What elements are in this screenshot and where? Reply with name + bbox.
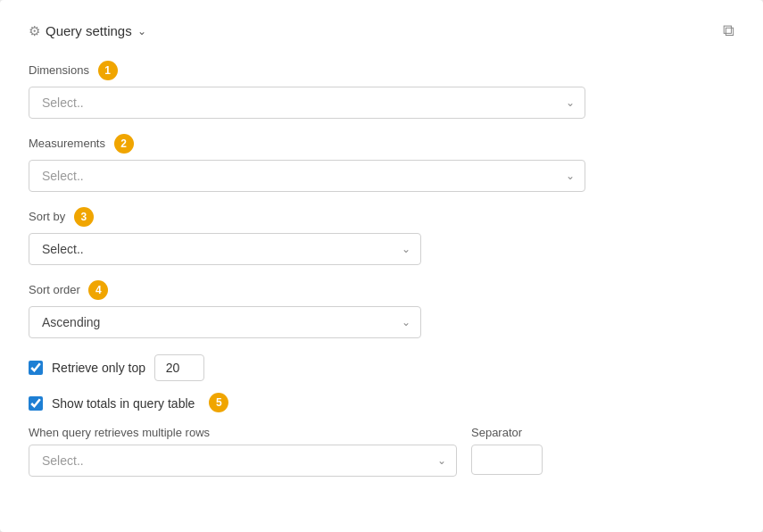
main-window: ⚙ Query settings ⌄ ⧉ Dimensions 1 Select… (0, 0, 763, 532)
multiple-rows-label: When query retrieves multiple rows (29, 426, 457, 439)
sort-by-select[interactable]: Select.. (29, 233, 421, 265)
sort-by-group: Sort by 3 Select.. ⌄ (29, 208, 734, 265)
dimensions-select-wrapper: Select.. ⌄ (29, 87, 585, 119)
retrieve-top-checkbox[interactable] (29, 361, 43, 375)
sort-order-badge: 4 (88, 280, 108, 300)
measurements-label: Measurements 2 (29, 135, 734, 154)
panel-title: Query settings (46, 23, 132, 38)
sort-order-group: Sort order 4 Ascending Descending ⌄ (29, 281, 734, 338)
panel-header: ⚙ Query settings ⌄ ⧉ (29, 21, 734, 40)
query-settings-panel: ⚙ Query settings ⌄ ⧉ Dimensions 1 Select… (0, 0, 763, 532)
dimensions-group: Dimensions 1 Select.. ⌄ (29, 62, 734, 119)
separator-col: Separator (471, 426, 543, 475)
separator-label: Separator (471, 426, 543, 439)
sort-order-label: Sort order 4 (29, 281, 734, 301)
dimensions-select[interactable]: Select.. (29, 87, 585, 119)
sort-order-select[interactable]: Ascending Descending (29, 306, 421, 338)
multiple-rows-col: When query retrieves multiple rows Selec… (29, 426, 457, 477)
show-totals-row: Show totals in query table 5 (29, 394, 734, 413)
measurements-select-wrapper: Select.. ⌄ (29, 160, 585, 192)
separator-input[interactable] (471, 445, 543, 475)
multiple-rows-select-wrapper: Select.. ⌄ (29, 445, 457, 477)
measurements-group: Measurements 2 Select.. ⌄ (29, 135, 734, 192)
multiple-rows-select[interactable]: Select.. (29, 445, 457, 477)
retrieve-top-input[interactable] (154, 354, 204, 381)
show-totals-label: Show totals in query table (52, 396, 195, 411)
retrieve-top-label: Retrieve only top (52, 361, 145, 375)
gear-icon: ⚙ (29, 23, 40, 39)
show-totals-checkbox[interactable] (29, 396, 43, 411)
copy-icon[interactable]: ⧉ (723, 21, 734, 40)
retrieve-top-row: Retrieve only top (29, 354, 734, 381)
show-totals-badge: 5 (209, 393, 228, 412)
sort-by-label: Sort by 3 (29, 208, 734, 228)
dimensions-label: Dimensions 1 (29, 62, 734, 81)
bottom-section: When query retrieves multiple rows Selec… (29, 426, 734, 477)
dimensions-badge: 1 (98, 61, 118, 80)
sort-order-select-wrapper: Ascending Descending ⌄ (29, 306, 421, 338)
measurements-badge: 2 (114, 134, 134, 154)
sort-by-badge: 3 (74, 207, 94, 227)
panel-title-row: ⚙ Query settings ⌄ (29, 23, 146, 39)
sort-by-select-wrapper: Select.. ⌄ (29, 233, 421, 265)
chevron-down-icon: ⌄ (137, 25, 146, 37)
measurements-select[interactable]: Select.. (29, 160, 585, 192)
